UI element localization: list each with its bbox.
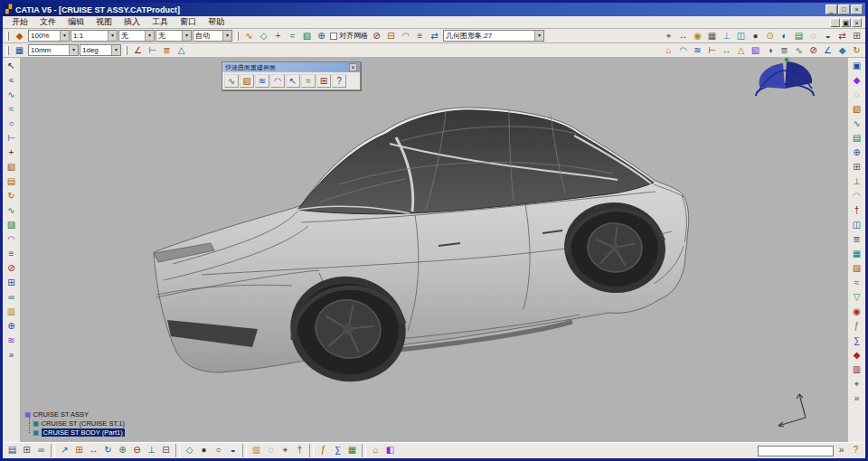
hyperlink-icon[interactable]: ∞ [34,444,48,457]
mapping-analysis-icon[interactable]: ▧ [749,44,762,57]
compass-icon[interactable]: ∠ [131,44,145,57]
menu-item[interactable]: 帮助 [203,16,230,28]
toolbar-combo[interactable]: 1:1 [71,30,118,42]
car-model[interactable] [154,108,689,392]
wireframe-view-icon[interactable]: ○ [212,444,225,457]
operations-icon[interactable]: ⊕ [850,146,864,160]
power-input[interactable] [758,446,834,456]
tree-item-part[interactable]: ▣ CRUISE ST (CRUISE ST.1) [33,419,125,428]
imagine-shape-icon[interactable]: ◆ [850,74,864,88]
match-icon[interactable]: ≈ [301,74,316,88]
connect-checker-icon[interactable]: ⊢ [705,44,719,57]
toolbar-combo[interactable]: 10mm [28,44,79,56]
shaded-view-icon[interactable]: ● [197,444,211,457]
developed-shapes-icon[interactable]: ▽ [850,291,864,305]
curvature-analysis-icon[interactable]: ◠ [676,44,690,57]
chevron-down-icon[interactable] [108,31,117,41]
fragmentation-icon[interactable]: ▥ [5,306,19,319]
close-button[interactable]: × [851,5,863,14]
control-points-icon[interactable]: ⊕ [5,320,19,334]
extrude-icon[interactable]: ▤ [5,175,19,189]
offset-icon[interactable]: ≡ [5,248,19,261]
snap-grid-icon[interactable]: ▦ [13,44,26,57]
replication-icon[interactable]: ⊞ [850,161,864,174]
apply-material-icon[interactable]: ◧ [383,444,397,457]
child-minimize-button[interactable]: _ [830,18,840,27]
measure-icon[interactable]: ⌖ [850,378,864,391]
fill-icon[interactable]: ▨ [5,219,19,232]
product-structure-icon[interactable]: ◆ [850,349,864,362]
chevron-down-icon[interactable] [69,45,78,55]
floating-toolbar-titlebar[interactable]: 快速曲面重建界面 × [222,62,360,72]
split-icon[interactable]: ⊘ [370,30,383,42]
chevron-down-icon[interactable] [111,45,120,55]
surface-icon[interactable]: ▧ [300,30,314,42]
distance-analysis-icon[interactable]: ↔ [720,44,733,57]
curve-network-icon[interactable]: ∿ [224,74,239,88]
point-icon[interactable]: + [5,146,19,160]
surfaces-tools-icon[interactable]: ▤ [850,132,864,146]
sweep-icon[interactable]: ∿ [5,204,19,218]
child-close-button[interactable]: × [852,18,862,27]
full-screen-icon[interactable]: ⊞ [850,30,863,42]
mesh-icon[interactable]: ▦ [850,248,864,261]
view-compass[interactable] [756,58,814,96]
spline-icon[interactable]: ≈ [5,103,19,117]
section-icon[interactable]: ⊘ [807,44,820,57]
magnifier-icon[interactable]: ◌ [807,30,820,42]
concatenate-icon[interactable]: ∞ [5,291,19,305]
power-input-prompt-icon[interactable]: » [835,444,848,457]
break-icon[interactable]: ⊘ [5,262,19,276]
3d-curve-icon[interactable]: ∿ [5,89,19,102]
checkbox-box[interactable] [330,33,337,40]
catalog-browser-icon[interactable]: ⌂ [662,44,675,57]
matching-icon[interactable]: ≋ [5,334,19,348]
help-icon[interactable]: ? [332,74,346,88]
toolbar-grip[interactable] [6,46,9,55]
measure-icon[interactable]: ⌖ [278,444,292,457]
formula-icon[interactable]: ∑ [331,444,344,457]
magnet-icon[interactable]: ⊢ [146,44,159,57]
toolbar-combo[interactable]: 无 [156,30,192,42]
floating-toolbar[interactable]: 快速曲面重建界面 × ∿▧≋◠↖≈⊞? [222,61,361,90]
child-restore-button[interactable]: ▣ [841,18,851,27]
exit-workbench-icon[interactable]: ▤ [5,444,19,457]
scan-icon[interactable]: ≣ [850,233,864,247]
annotation-icon[interactable]: † [293,444,307,457]
toolbar-combo[interactable]: 100% [28,30,70,42]
annotations-icon[interactable]: † [850,204,864,218]
normal-view-icon[interactable]: ⊥ [145,444,158,457]
fly-mode-icon[interactable]: ↗ [58,444,71,457]
pan-icon[interactable]: ↔ [87,444,100,457]
mass-properties-icon[interactable]: ◉ [691,30,704,42]
lighting-icon[interactable]: ⊙ [763,30,777,42]
wireframe-tools-icon[interactable]: ∿ [850,118,864,131]
symmetry-icon[interactable]: ⇄ [428,30,441,42]
untrim-icon[interactable]: ⊞ [5,277,19,290]
tree-node-label[interactable]: CRUISE ST BODY (Part1) [42,428,125,437]
point-icon[interactable]: + [271,30,285,42]
trim-icon[interactable]: ⊟ [384,30,398,42]
active-object-combo[interactable]: 几何图形集.27 [443,30,544,42]
menu-item[interactable]: 开始 [6,16,33,28]
3d-viewport[interactable]: 快速曲面重建界面 × ∿▧≋◠↖≈⊞? ▣ CRUISE ST ASSY ▣ C… [21,58,847,442]
magnifier-icon[interactable]: ◌ [264,444,278,457]
zoom-out-icon[interactable]: ⊖ [130,444,144,457]
swap-visible-space-icon[interactable]: ⇄ [835,30,849,42]
analysis-icon[interactable]: ◠ [850,190,864,203]
iso-view-icon[interactable]: ◇ [183,444,196,457]
chevron-down-icon[interactable] [534,31,543,41]
toolbar-grip[interactable] [6,32,9,41]
blend-icon[interactable]: ◠ [270,74,285,88]
curve-icon[interactable]: ≈ [286,30,299,42]
healing-icon[interactable]: ▨ [850,262,864,276]
hide-show-icon[interactable]: ◒ [821,30,835,42]
control-points-icon[interactable]: ⊞ [316,74,331,88]
compass-snap-icon[interactable]: ∠ [821,44,835,57]
generative-shape-icon[interactable]: ◉ [850,306,864,319]
grid-icon[interactable]: ▦ [705,30,719,42]
offset-icon[interactable]: ≡ [413,30,427,42]
workbench-icon[interactable]: ◆ [13,30,26,42]
patch-icon[interactable]: ▧ [240,74,254,88]
line-icon[interactable]: ⊢ [5,132,19,146]
